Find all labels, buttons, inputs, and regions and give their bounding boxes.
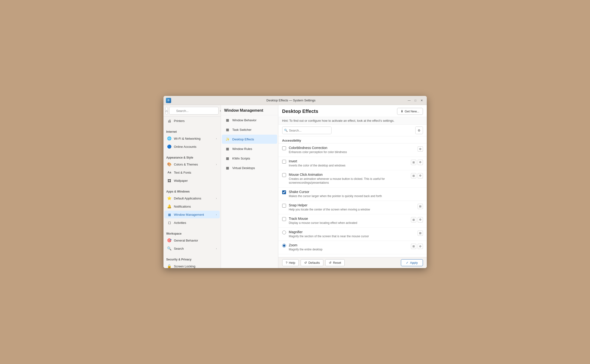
minimize-button[interactable]: — — [407, 98, 412, 103]
colorblindness-settings-button[interactable]: ⚙ — [418, 146, 423, 152]
maximize-button[interactable]: □ — [413, 98, 418, 103]
home-button[interactable]: ⌂ — [166, 107, 168, 115]
content-header: Desktop Effects ⬇ Get New... — [278, 105, 427, 117]
zoom-actions: ⊞ ⚙ — [411, 244, 423, 249]
middle-item-task-switcher[interactable]: ▦ Task Switcher — [222, 125, 277, 134]
get-new-label: Get New... — [405, 110, 419, 113]
search-icon: 🔍 — [167, 246, 172, 251]
reset-icon: ↺ — [329, 261, 331, 265]
middle-item-kwin-scripts-label: KWin Scripts — [232, 157, 250, 160]
help-icon: ? — [286, 261, 287, 265]
middle-item-window-rules[interactable]: ▦ Window Rules — [222, 144, 277, 153]
snap-helper-info: Snap Helper Help you locate the center o… — [289, 203, 415, 212]
shake-cursor-checkbox[interactable] — [282, 190, 286, 194]
apply-icon: ✓ — [406, 261, 409, 265]
sidebar-item-general[interactable]: 🎯 General Behavior — [165, 237, 220, 244]
close-button[interactable]: ✕ — [419, 98, 424, 103]
invert-checkbox[interactable] — [282, 160, 286, 164]
magnifier-preview-button[interactable]: ⊞ — [418, 231, 423, 236]
snap-helper-preview-button[interactable]: ⊞ — [418, 204, 423, 209]
mouse-click-name: Mouse Click Animation — [289, 173, 408, 176]
sidebar-item-search[interactable]: 🔍 Search › — [165, 245, 220, 252]
printer-icon: 🖨 — [167, 119, 172, 123]
virtual-desktops-icon: ▦ — [225, 165, 230, 170]
invert-preview-button[interactable]: ⊞ — [411, 160, 416, 165]
sidebar-search-input[interactable] — [169, 107, 219, 115]
sidebar-section-appearance: Appearance & Style — [164, 154, 221, 160]
filter-button[interactable]: ⚙ — [415, 127, 423, 134]
zoom-radio[interactable] — [282, 244, 286, 247]
content-search-input[interactable] — [282, 127, 331, 134]
effects-list: Accessibility Colorblindness Correction … — [278, 136, 427, 257]
sidebar-item-printers-label: Printers — [174, 119, 217, 123]
sidebar-item-default-apps[interactable]: ⭐ Default Applications › — [165, 195, 220, 202]
track-mouse-settings-button[interactable]: ⚙ — [418, 217, 423, 222]
sidebar-item-notifications[interactable]: 🔔 Notifications — [165, 202, 220, 210]
sidebar: ⌂ 🔍 ≡ 🖨 Printers Internet 🌐 Wi-Fi & Netw… — [164, 105, 221, 268]
sidebar-item-colors[interactable]: 🎨 Colors & Themes › — [165, 161, 220, 168]
sidebar-item-notifications-label: Notifications — [174, 205, 217, 208]
magnifier-info: Magnifier Magnify the section of the scr… — [289, 230, 415, 238]
get-new-button[interactable]: ⬇ Get New... — [397, 108, 423, 115]
wallpaper-icon: 🖼 — [167, 178, 172, 183]
middle-item-kwin-scripts[interactable]: ▦ KWin Scripts — [222, 154, 277, 163]
sidebar-item-wallpaper[interactable]: 🖼 Wallpaper — [165, 177, 220, 184]
middle-item-window-behavior[interactable]: ▦ Window Behavior — [222, 116, 277, 125]
middle-item-virtual-desktops[interactable]: ▦ Virtual Desktops — [222, 163, 277, 172]
kwin-scripts-icon: ▦ — [225, 156, 230, 161]
colorblindness-actions: ⚙ — [418, 146, 423, 152]
reset-button[interactable]: ↺ Reset — [325, 259, 345, 266]
titlebar-controls: — □ ✕ — [407, 98, 424, 103]
sidebar-item-wifi[interactable]: 🌐 Wi-Fi & Networking › — [165, 135, 220, 142]
track-mouse-preview-button[interactable]: ⊞ — [411, 217, 416, 222]
magnifier-radio[interactable] — [282, 231, 286, 234]
sidebar-item-wallpaper-label: Wallpaper — [174, 179, 217, 182]
track-mouse-checkbox[interactable] — [282, 217, 286, 221]
content-panel: Desktop Effects ⬇ Get New... Hint: To fi… — [278, 105, 427, 268]
sidebar-item-activities[interactable]: ◻ Activities — [165, 219, 220, 227]
mouse-click-preview-button[interactable]: ⊞ — [411, 173, 416, 178]
sidebar-item-accounts[interactable]: 🔵 Online Accounts — [165, 143, 220, 150]
colorblindness-desc: Enhances color perception for color blin… — [289, 150, 415, 154]
main-window: ⚙ Desktop Effects — System Settings — □ … — [164, 96, 427, 268]
mouse-click-desc: Creates an animation whenever a mouse bu… — [289, 177, 408, 185]
track-mouse-name: Track Mouse — [289, 217, 408, 221]
mouse-click-info: Mouse Click Animation Creates an animati… — [289, 173, 408, 185]
mouse-click-checkbox[interactable] — [282, 173, 286, 177]
defaults-button[interactable]: ↺ Defaults — [301, 259, 323, 266]
window-mgmt-chevron-icon: › — [216, 213, 217, 216]
help-button[interactable]: ? Help — [282, 259, 299, 266]
reset-label: Reset — [333, 261, 341, 265]
bottom-bar: ? Help ↺ Defaults ↺ Reset ✓ Apply — [278, 257, 427, 268]
invert-name: Invert — [289, 159, 408, 163]
middle-panel-title: Window Management — [221, 105, 278, 115]
track-mouse-actions: ⊞ ⚙ — [411, 217, 423, 222]
sidebar-item-text[interactable]: Aa Text & Fonts — [165, 169, 220, 176]
zoom-info: Zoom Magnify the entire desktop — [289, 243, 408, 252]
invert-settings-button[interactable]: ⚙ — [418, 160, 423, 165]
window-mgmt-icon: ▦ — [167, 212, 172, 217]
sidebar-item-window-mgmt[interactable]: ▦ Window Management › — [165, 211, 220, 218]
section-appearance: Appearance — [278, 254, 427, 257]
content-title: Desktop Effects — [282, 109, 318, 114]
mouse-click-settings-button[interactable]: ⚙ — [418, 173, 423, 178]
titlebar: ⚙ Desktop Effects — System Settings — □ … — [164, 96, 427, 105]
apply-button[interactable]: ✓ Apply — [401, 259, 423, 266]
screen-lock-icon: 🔒 — [167, 264, 172, 268]
sidebar-item-printers[interactable]: 🖨 Printers — [165, 117, 220, 125]
shake-cursor-info: Shake Cursor Makes the cursor larger whe… — [289, 190, 420, 198]
middle-item-desktop-effects[interactable]: ✨ Desktop Effects — [222, 135, 277, 144]
snap-helper-actions: ⊞ — [418, 204, 423, 209]
snap-helper-checkbox[interactable] — [282, 204, 286, 208]
effect-snap-helper: Snap Helper Help you locate the center o… — [278, 201, 427, 214]
colorblindness-name: Colorblindness Correction — [289, 146, 415, 150]
colorblindness-info: Colorblindness Correction Enhances color… — [289, 146, 415, 154]
sidebar-section-security: Security & Privacy — [164, 255, 221, 262]
zoom-settings-button[interactable]: ⚙ — [418, 244, 423, 249]
effect-zoom: Zoom Magnify the entire desktop ⊞ ⚙ — [278, 241, 427, 254]
zoom-preview-button[interactable]: ⊞ — [411, 244, 416, 249]
sidebar-top: ⌂ 🔍 ≡ — [164, 105, 221, 117]
colorblindness-checkbox[interactable] — [282, 146, 286, 150]
sidebar-item-wifi-label: Wi-Fi & Networking — [174, 137, 214, 140]
sidebar-item-screen-lock[interactable]: 🔒 Screen Locking — [165, 262, 220, 268]
